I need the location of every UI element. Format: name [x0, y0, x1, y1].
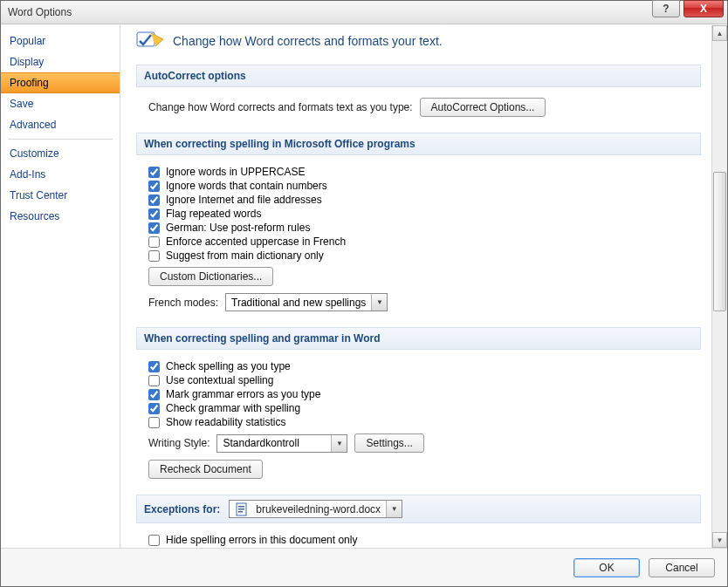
- chk-label: Hide spelling errors in this document on…: [166, 534, 357, 546]
- proofing-icon: [136, 29, 166, 52]
- sidebar-item-trust-center[interactable]: Trust Center: [1, 185, 120, 206]
- sidebar-item-label: Resources: [10, 210, 59, 222]
- button-label: Settings...: [366, 437, 412, 449]
- help-button[interactable]: ?: [652, 0, 680, 17]
- chk-label: Show readability statistics: [166, 416, 285, 428]
- sidebar-item-addins[interactable]: Add-Ins: [1, 164, 120, 185]
- scroll-down-button[interactable]: ▼: [712, 532, 727, 548]
- select-value: Standardkontroll: [217, 435, 331, 452]
- sidebar: Popular Display Proofing Save Advanced C…: [1, 25, 120, 548]
- writing-style-select[interactable]: Standardkontroll ▼: [216, 434, 347, 453]
- select-value: Traditional and new spellings: [226, 294, 371, 311]
- sidebar-item-label: Customize: [10, 147, 59, 160]
- dialog-footer: OK Cancel: [1, 548, 727, 586]
- section-spelling-word-body: Check spelling as you type Use contextua…: [136, 350, 701, 491]
- svg-rect-3: [238, 509, 244, 510]
- sidebar-item-label: Trust Center: [10, 189, 67, 201]
- sidebar-item-label: Advanced: [10, 119, 56, 131]
- section-exceptions-body: Hide spelling errors in this document on…: [136, 523, 701, 548]
- section-spelling-office-body: Ignore words in UPPERCASE Ignore words t…: [136, 155, 701, 324]
- close-button[interactable]: X: [683, 0, 724, 17]
- chevron-down-icon: ▼: [386, 501, 402, 517]
- section-autocorrect-body: Change how Word corrects and formats tex…: [136, 87, 701, 129]
- sidebar-item-label: Display: [10, 56, 44, 68]
- settings-button[interactable]: Settings...: [354, 433, 423, 453]
- word-options-dialog: Word Options ? X Popular Display Proofin…: [0, 0, 728, 587]
- chk-label: Flag repeated words: [166, 208, 261, 220]
- sidebar-item-advanced[interactable]: Advanced: [1, 114, 120, 135]
- button-label: Custom Dictionaries...: [160, 270, 262, 283]
- section-spelling-office-heading: When correcting spelling in Microsoft Of…: [136, 133, 701, 155]
- sidebar-item-save[interactable]: Save: [1, 93, 120, 114]
- sidebar-item-label: Add-Ins: [10, 168, 45, 181]
- autocorrect-options-button[interactable]: AutoCorrect Options...: [420, 98, 546, 117]
- scroll-track[interactable]: [712, 41, 727, 532]
- scroll-thumb[interactable]: [713, 172, 726, 311]
- custom-dictionaries-button[interactable]: Custom Dictionaries...: [148, 267, 273, 286]
- section-exceptions-heading: Exceptions for: brukeveiledning-word.doc…: [136, 495, 701, 523]
- cancel-button[interactable]: Cancel: [649, 558, 715, 577]
- sidebar-separator: [8, 139, 113, 140]
- chk-check-spelling-type[interactable]: [148, 361, 160, 372]
- french-modes-label: French modes:: [148, 297, 218, 309]
- page-subtitle: Change how Word corrects and formats you…: [173, 34, 443, 48]
- chk-label: Use contextual spelling: [166, 374, 273, 386]
- help-icon: ?: [663, 3, 669, 15]
- close-icon: X: [700, 3, 707, 15]
- chk-ignore-numbers[interactable]: [148, 181, 160, 192]
- chk-label: Mark grammar errors as you type: [166, 388, 320, 400]
- select-value: brukeveiledning-word.docx: [256, 503, 381, 515]
- svg-rect-2: [238, 506, 244, 508]
- chk-ignore-uppercase[interactable]: [148, 167, 160, 178]
- french-modes-select[interactable]: Traditional and new spellings ▼: [225, 293, 388, 311]
- chk-label: German: Use post-reform rules: [166, 222, 310, 234]
- recheck-document-button[interactable]: Recheck Document: [148, 460, 263, 479]
- chk-label: Enforce accented uppercase in French: [166, 235, 346, 248]
- button-label: Cancel: [665, 562, 697, 574]
- titlebar: Word Options ? X: [1, 1, 727, 24]
- chk-ignore-internet[interactable]: [148, 195, 160, 206]
- chk-german-postreform[interactable]: [148, 222, 160, 234]
- chk-label: Suggest from main dictionary only: [166, 249, 324, 262]
- sidebar-item-customize[interactable]: Customize: [1, 143, 120, 164]
- chk-flag-repeated[interactable]: [148, 208, 160, 220]
- chk-readability[interactable]: [148, 417, 160, 428]
- chk-hide-spelling-errors[interactable]: [148, 535, 160, 546]
- chk-check-grammar-spelling[interactable]: [148, 403, 160, 414]
- sidebar-item-proofing[interactable]: Proofing: [1, 72, 120, 93]
- page-banner: Change how Word corrects and formats you…: [136, 25, 701, 61]
- section-autocorrect-heading: AutoCorrect options: [136, 65, 701, 87]
- titlebar-buttons: ? X: [652, 1, 727, 24]
- document-icon: [235, 502, 249, 516]
- ok-button[interactable]: OK: [573, 558, 640, 577]
- button-label: AutoCorrect Options...: [431, 101, 535, 113]
- scrollbar[interactable]: ▲ ▼: [711, 25, 727, 548]
- chk-mark-grammar[interactable]: [148, 389, 160, 400]
- sidebar-item-popular[interactable]: Popular: [1, 31, 120, 51]
- svg-rect-4: [238, 511, 243, 513]
- sidebar-item-label: Save: [10, 98, 33, 110]
- scroll-up-button[interactable]: ▲: [712, 25, 727, 41]
- autocorrect-desc: Change how Word corrects and formats tex…: [148, 101, 413, 113]
- section-spelling-word-heading: When correcting spelling and grammar in …: [136, 327, 701, 350]
- content-inner: Change how Word corrects and formats you…: [136, 25, 720, 548]
- exceptions-label: Exceptions for:: [144, 503, 220, 515]
- chk-main-dict-only[interactable]: [148, 250, 160, 262]
- dialog-body: Popular Display Proofing Save Advanced C…: [1, 24, 727, 548]
- button-label: Recheck Document: [160, 463, 251, 475]
- exceptions-doc-select[interactable]: brukeveiledning-word.docx ▼: [229, 500, 402, 518]
- chk-label: Ignore words in UPPERCASE: [166, 166, 305, 178]
- chk-contextual-spelling[interactable]: [148, 375, 160, 386]
- chk-label: Ignore Internet and file addresses: [166, 194, 322, 206]
- sidebar-item-label: Popular: [10, 35, 45, 47]
- chk-french-accented[interactable]: [148, 236, 160, 248]
- chk-label: Check spelling as you type: [166, 360, 291, 372]
- sidebar-item-resources[interactable]: Resources: [1, 206, 120, 227]
- content-wrap: Change how Word corrects and formats you…: [120, 25, 727, 548]
- window-title: Word Options: [8, 6, 72, 18]
- chk-label: Ignore words that contain numbers: [166, 180, 327, 192]
- sidebar-item-display[interactable]: Display: [1, 51, 120, 72]
- content: Change how Word corrects and formats you…: [120, 25, 727, 548]
- chk-label: Check grammar with spelling: [166, 402, 300, 414]
- chevron-down-icon: ▼: [371, 294, 387, 311]
